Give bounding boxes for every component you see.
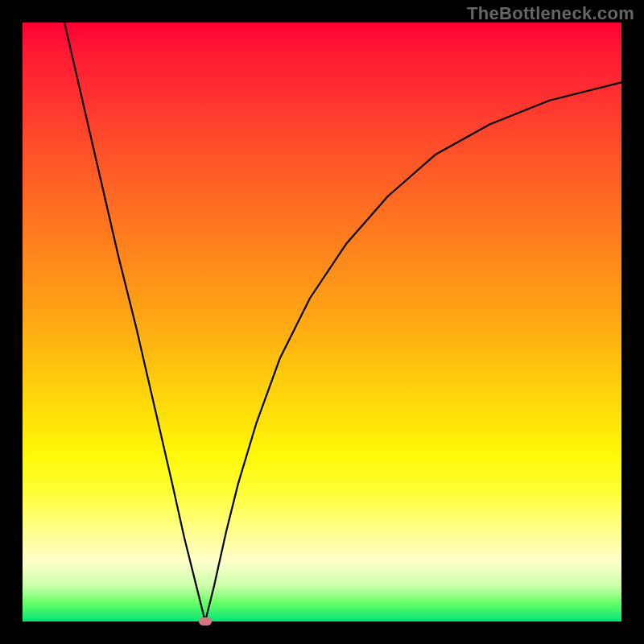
- chart-frame: TheBottleneck.com: [0, 0, 644, 644]
- performance-curve: [23, 23, 621, 621]
- plot-area: [23, 23, 621, 621]
- watermark-text: TheBottleneck.com: [467, 3, 634, 24]
- optimal-point-marker: [199, 617, 212, 625]
